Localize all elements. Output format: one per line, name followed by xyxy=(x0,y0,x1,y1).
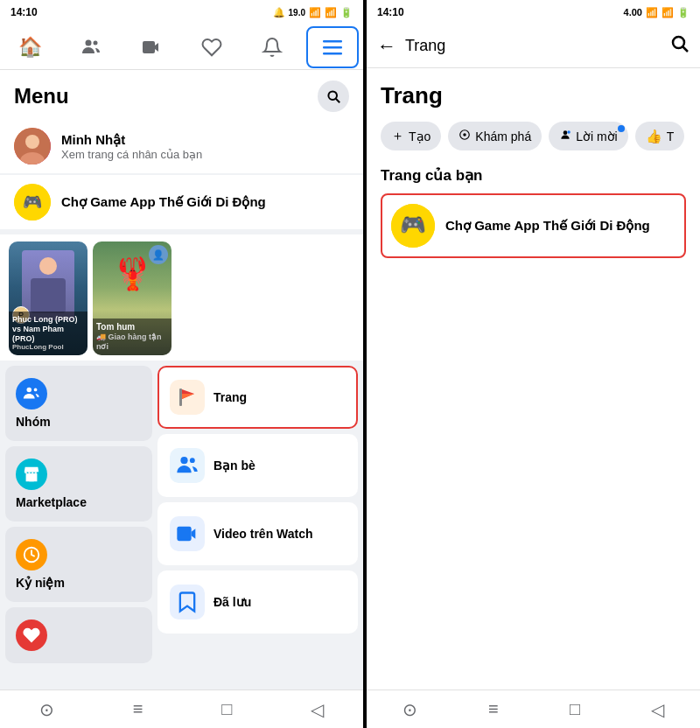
svg-rect-6 xyxy=(323,52,342,55)
right-content: Trang ＋ Tạo Khám phá Lời mời 👍 xyxy=(367,68,700,690)
top-bar-title: Trang xyxy=(405,37,662,55)
pill-tao[interactable]: ＋ Tạo xyxy=(381,122,441,150)
svg-rect-23 xyxy=(177,527,191,541)
svg-point-22 xyxy=(190,458,195,463)
bottom-nav-left: ⊙ ≡ □ ◁ xyxy=(0,690,363,728)
nav-menu[interactable] xyxy=(306,26,359,68)
svg-point-15 xyxy=(34,388,38,392)
status-icons-left: 🔔 19.0 📶 📶 🔋 xyxy=(273,7,353,18)
daluu-label: Đã lưu xyxy=(214,595,251,609)
page-list-item[interactable]: 🎮 Chợ Game App Thế Giới Di Động xyxy=(381,193,686,258)
svg-point-10 xyxy=(25,135,39,149)
nhom-label: Nhóm xyxy=(16,415,51,429)
story-card-1[interactable]: P Phuc Long (PRO) vs Nam Pham (PRO) Phuc… xyxy=(9,242,88,355)
profile-name: Minh Nhật xyxy=(61,132,202,148)
svg-point-0 xyxy=(85,39,91,46)
nav-video[interactable] xyxy=(125,26,178,68)
search-button-right[interactable] xyxy=(670,34,690,59)
status-bar-left: 14:10 🔔 19.0 📶 📶 🔋 xyxy=(0,0,363,24)
left-menu-item-nhom[interactable]: Nhóm xyxy=(5,366,152,441)
profile-sub: Xem trang cá nhân của bạn xyxy=(61,148,202,161)
pill-t[interactable]: 👍 T xyxy=(635,122,685,150)
loimoi-icon xyxy=(559,129,571,144)
menu-title: Menu xyxy=(14,84,69,108)
loimoi-dot xyxy=(618,125,625,132)
bottom-nav-r-circle[interactable]: ⊙ xyxy=(402,699,417,720)
trang-label: Trang xyxy=(214,390,247,404)
back-button[interactable]: ← xyxy=(377,35,396,58)
nav-bell[interactable] xyxy=(246,26,298,68)
right-panel: 14:10 4.00 📶 📶 🔋 ← Trang Trang ＋ Tạo xyxy=(367,0,700,728)
story-card-2[interactable]: 🦞 👤 Tom hum 🚚 Giao hàng tận nơi xyxy=(93,242,172,355)
status-icons-right: 4.00 📶 📶 🔋 xyxy=(624,7,690,18)
marketplace-label: Marketplace xyxy=(16,495,87,509)
bottom-nav-circle[interactable]: ⊙ xyxy=(39,699,54,720)
khampha-label: Khám phá xyxy=(475,130,531,144)
banbe-label: Bạn bè xyxy=(214,458,256,472)
page-avatar: 🎮 xyxy=(14,184,51,220)
menu-header: Menu xyxy=(0,70,363,119)
menu-search-button[interactable] xyxy=(318,80,349,112)
pill-khampha[interactable]: Khám phá xyxy=(448,122,542,150)
nav-people[interactable] xyxy=(65,26,117,68)
svg-marker-24 xyxy=(192,528,196,539)
svg-point-7 xyxy=(328,91,337,100)
top-bar-right: ← Trang xyxy=(367,24,700,68)
bottom-nav-back[interactable]: ◁ xyxy=(311,699,324,720)
t-label: T xyxy=(667,130,675,144)
time-right: 14:10 xyxy=(377,6,404,18)
bottom-nav-r-menu[interactable]: ≡ xyxy=(488,699,499,719)
section-title: Trang của bạn xyxy=(381,166,686,185)
trang-icon xyxy=(170,380,205,415)
t-icon: 👍 xyxy=(646,129,662,144)
bottom-nav-r-square[interactable]: □ xyxy=(570,699,580,719)
stories-row: P Phuc Long (PRO) vs Nam Pham (PRO) Phuc… xyxy=(0,242,363,355)
page-name: Chợ Game App Thế Giới Di Động xyxy=(61,194,266,210)
profile-info: Minh Nhật Xem trang cá nhân của bạn xyxy=(61,132,202,161)
video-label: Video trên Watch xyxy=(214,527,313,541)
kyniem-icon xyxy=(16,539,47,570)
left-menu-items: Nhóm Marketplace Kỷ niệm xyxy=(0,366,158,663)
nav-home[interactable]: 🏠 xyxy=(4,26,57,68)
svg-marker-3 xyxy=(155,43,158,52)
left-panel: 14:10 🔔 19.0 📶 📶 🔋 🏠 Menu xyxy=(0,0,363,728)
bottom-nav-menu[interactable]: ≡ xyxy=(133,699,144,719)
left-menu-item-kyniem[interactable]: Kỷ niệm xyxy=(5,527,152,602)
story-label-1: Phuc Long (PRO) vs Nam Pham (PRO) PhucLo… xyxy=(9,312,88,355)
marketplace-icon xyxy=(16,458,47,490)
daluu-icon xyxy=(170,584,205,620)
pill-loimoi[interactable]: Lời mời xyxy=(549,122,628,150)
story-label-2: Tom hum 🚚 Giao hàng tận nơi xyxy=(93,318,172,355)
tao-label: Tạo xyxy=(409,130,430,144)
left-menu-item-marketplace[interactable]: Marketplace xyxy=(5,446,152,522)
banbe-icon xyxy=(170,448,205,483)
left-menu-item-heart[interactable] xyxy=(5,607,152,663)
right-menu-item-daluu[interactable]: Đã lưu xyxy=(158,570,358,634)
time-left: 14:10 xyxy=(10,6,38,18)
svg-rect-2 xyxy=(143,41,155,53)
right-menu-item-trang[interactable]: Trang xyxy=(158,366,358,429)
nav-heart[interactable] xyxy=(186,26,238,68)
kyniem-label: Kỷ niệm xyxy=(16,576,65,590)
tao-icon: ＋ xyxy=(391,128,404,144)
svg-marker-20 xyxy=(182,394,194,399)
loimoi-label: Lời mời xyxy=(576,130,618,144)
svg-line-26 xyxy=(683,46,689,52)
svg-point-25 xyxy=(673,37,684,48)
page-row[interactable]: 🎮 Chợ Game App Thế Giới Di Động xyxy=(0,175,363,229)
right-menu-item-banbe[interactable]: Bạn bè xyxy=(158,434,358,497)
svg-text:🎮: 🎮 xyxy=(23,192,43,212)
bottom-nav-square[interactable]: □ xyxy=(221,699,232,719)
heart-icon xyxy=(16,620,47,651)
nav-bar-left: 🏠 xyxy=(0,24,363,70)
bottom-nav-r-back[interactable]: ◁ xyxy=(651,699,664,720)
page-list-avatar: 🎮 xyxy=(391,204,435,248)
nhom-icon xyxy=(16,378,47,410)
svg-point-1 xyxy=(93,40,97,45)
right-menu-items: Trang Bạn bè Video trên Watch xyxy=(158,366,363,663)
avatar xyxy=(14,128,51,164)
right-menu-item-video[interactable]: Video trên Watch xyxy=(158,502,358,565)
profile-row[interactable]: Minh Nhật Xem trang cá nhân của bạn xyxy=(0,119,363,173)
svg-point-29 xyxy=(564,130,568,135)
svg-rect-4 xyxy=(323,40,342,43)
